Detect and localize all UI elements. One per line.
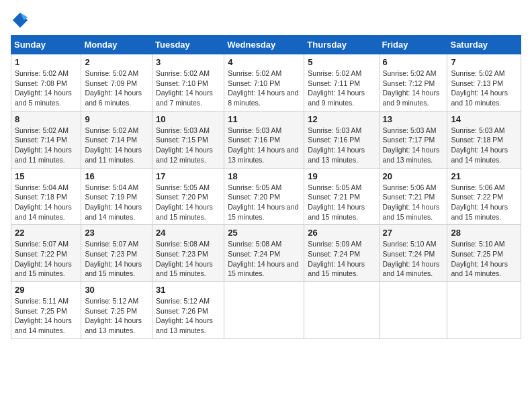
calendar-week-5: 29 Sunrise: 5:11 AM Sunset: 7:25 PM Dayl… — [11, 282, 521, 339]
calendar-cell: 18 Sunrise: 5:05 AM Sunset: 7:20 PM Dayl… — [224, 168, 304, 225]
calendar-cell: 21 Sunrise: 5:06 AM Sunset: 7:22 PM Dayl… — [447, 168, 521, 225]
day-detail: Sunrise: 5:12 AM Sunset: 7:25 PM Dayligh… — [85, 296, 148, 336]
day-number: 9 — [85, 114, 148, 124]
logo-icon — [11, 11, 30, 30]
day-detail: Sunrise: 5:02 AM Sunset: 7:09 PM Dayligh… — [85, 68, 148, 108]
day-number: 17 — [156, 171, 220, 181]
weekday-header-sunday: Sunday — [11, 36, 81, 54]
day-detail: Sunrise: 5:04 AM Sunset: 7:18 PM Dayligh… — [15, 183, 77, 222]
day-detail: Sunrise: 5:02 AM Sunset: 7:12 PM Dayligh… — [383, 68, 444, 108]
day-detail: Sunrise: 5:02 AM Sunset: 7:14 PM Dayligh… — [85, 126, 148, 165]
day-number: 22 — [15, 228, 77, 238]
day-detail: Sunrise: 5:07 AM Sunset: 7:22 PM Dayligh… — [15, 239, 77, 279]
day-number: 27 — [383, 228, 444, 238]
day-number: 15 — [15, 171, 77, 181]
calendar-cell — [304, 282, 379, 339]
calendar-cell: 5 Sunrise: 5:02 AM Sunset: 7:11 PM Dayli… — [304, 54, 379, 111]
weekday-header-wednesday: Wednesday — [224, 36, 304, 54]
calendar-cell: 29 Sunrise: 5:11 AM Sunset: 7:25 PM Dayl… — [11, 282, 81, 339]
day-detail: Sunrise: 5:03 AM Sunset: 7:17 PM Dayligh… — [383, 126, 444, 165]
day-number: 2 — [85, 57, 148, 67]
calendar-cell: 6 Sunrise: 5:02 AM Sunset: 7:12 PM Dayli… — [379, 54, 447, 111]
day-number: 10 — [156, 114, 220, 124]
day-number: 24 — [156, 228, 220, 238]
day-number: 31 — [156, 285, 220, 295]
day-number: 7 — [451, 57, 517, 67]
calendar-cell: 17 Sunrise: 5:05 AM Sunset: 7:20 PM Dayl… — [152, 168, 224, 225]
day-number: 23 — [85, 228, 148, 238]
weekday-header-monday: Monday — [81, 36, 152, 54]
calendar-cell: 27 Sunrise: 5:10 AM Sunset: 7:24 PM Dayl… — [379, 225, 447, 282]
calendar-cell: 19 Sunrise: 5:05 AM Sunset: 7:21 PM Dayl… — [304, 168, 379, 225]
calendar-week-1: 1 Sunrise: 5:02 AM Sunset: 7:08 PM Dayli… — [11, 54, 521, 111]
calendar-cell: 1 Sunrise: 5:02 AM Sunset: 7:08 PM Dayli… — [11, 54, 81, 111]
calendar-cell: 4 Sunrise: 5:02 AM Sunset: 7:10 PM Dayli… — [224, 54, 304, 111]
calendar-cell — [379, 282, 447, 339]
calendar-table: SundayMondayTuesdayWednesdayThursdayFrid… — [11, 35, 521, 339]
calendar-cell: 25 Sunrise: 5:08 AM Sunset: 7:24 PM Dayl… — [224, 225, 304, 282]
day-detail: Sunrise: 5:06 AM Sunset: 7:21 PM Dayligh… — [383, 183, 444, 222]
day-number: 26 — [308, 228, 375, 238]
svg-marker-0 — [13, 13, 28, 28]
day-number: 30 — [85, 285, 148, 295]
day-number: 1 — [15, 57, 77, 67]
day-detail: Sunrise: 5:08 AM Sunset: 7:23 PM Dayligh… — [156, 239, 220, 279]
calendar-cell: 28 Sunrise: 5:10 AM Sunset: 7:25 PM Dayl… — [447, 225, 521, 282]
calendar-cell: 24 Sunrise: 5:08 AM Sunset: 7:23 PM Dayl… — [152, 225, 224, 282]
calendar-cell: 8 Sunrise: 5:02 AM Sunset: 7:14 PM Dayli… — [11, 111, 81, 168]
day-number: 12 — [308, 114, 375, 124]
day-detail: Sunrise: 5:05 AM Sunset: 7:21 PM Dayligh… — [308, 183, 375, 222]
day-number: 28 — [451, 228, 517, 238]
day-detail: Sunrise: 5:02 AM Sunset: 7:10 PM Dayligh… — [228, 68, 300, 108]
day-detail: Sunrise: 5:09 AM Sunset: 7:24 PM Dayligh… — [308, 239, 375, 279]
weekday-header-friday: Friday — [379, 36, 447, 54]
calendar-cell: 22 Sunrise: 5:07 AM Sunset: 7:22 PM Dayl… — [11, 225, 81, 282]
day-detail: Sunrise: 5:05 AM Sunset: 7:20 PM Dayligh… — [228, 183, 300, 222]
day-number: 29 — [15, 285, 77, 295]
weekday-header-tuesday: Tuesday — [152, 36, 224, 54]
weekday-header-saturday: Saturday — [447, 36, 521, 54]
calendar-cell: 3 Sunrise: 5:02 AM Sunset: 7:10 PM Dayli… — [152, 54, 224, 111]
calendar-cell: 9 Sunrise: 5:02 AM Sunset: 7:14 PM Dayli… — [81, 111, 152, 168]
day-detail: Sunrise: 5:04 AM Sunset: 7:19 PM Dayligh… — [85, 183, 148, 222]
calendar-week-2: 8 Sunrise: 5:02 AM Sunset: 7:14 PM Dayli… — [11, 111, 521, 168]
day-detail: Sunrise: 5:02 AM Sunset: 7:10 PM Dayligh… — [156, 68, 220, 108]
weekday-header-thursday: Thursday — [304, 36, 379, 54]
day-number: 20 — [383, 171, 444, 181]
calendar-cell: 11 Sunrise: 5:03 AM Sunset: 7:16 PM Dayl… — [224, 111, 304, 168]
logo — [11, 11, 32, 30]
calendar-cell — [447, 282, 521, 339]
day-number: 6 — [383, 57, 444, 67]
day-detail: Sunrise: 5:12 AM Sunset: 7:26 PM Dayligh… — [156, 296, 220, 336]
day-detail: Sunrise: 5:03 AM Sunset: 7:15 PM Dayligh… — [156, 126, 220, 165]
day-number: 3 — [156, 57, 220, 67]
day-detail: Sunrise: 5:03 AM Sunset: 7:16 PM Dayligh… — [308, 126, 375, 165]
day-number: 19 — [308, 171, 375, 181]
day-number: 8 — [15, 114, 77, 124]
day-detail: Sunrise: 5:05 AM Sunset: 7:20 PM Dayligh… — [156, 183, 220, 222]
day-number: 11 — [228, 114, 300, 124]
calendar-cell — [224, 282, 304, 339]
day-number: 4 — [228, 57, 300, 67]
day-detail: Sunrise: 5:03 AM Sunset: 7:18 PM Dayligh… — [451, 126, 517, 165]
day-detail: Sunrise: 5:11 AM Sunset: 7:25 PM Dayligh… — [15, 296, 77, 336]
calendar-cell: 31 Sunrise: 5:12 AM Sunset: 7:26 PM Dayl… — [152, 282, 224, 339]
day-detail: Sunrise: 5:06 AM Sunset: 7:22 PM Dayligh… — [451, 183, 517, 222]
day-detail: Sunrise: 5:10 AM Sunset: 7:25 PM Dayligh… — [451, 239, 517, 279]
day-number: 18 — [228, 171, 300, 181]
calendar-cell: 20 Sunrise: 5:06 AM Sunset: 7:21 PM Dayl… — [379, 168, 447, 225]
calendar-cell: 15 Sunrise: 5:04 AM Sunset: 7:18 PM Dayl… — [11, 168, 81, 225]
calendar-cell: 23 Sunrise: 5:07 AM Sunset: 7:23 PM Dayl… — [81, 225, 152, 282]
day-number: 14 — [451, 114, 517, 124]
calendar-cell: 14 Sunrise: 5:03 AM Sunset: 7:18 PM Dayl… — [447, 111, 521, 168]
day-detail: Sunrise: 5:02 AM Sunset: 7:08 PM Dayligh… — [15, 68, 77, 108]
day-detail: Sunrise: 5:07 AM Sunset: 7:23 PM Dayligh… — [85, 239, 148, 279]
calendar-cell: 10 Sunrise: 5:03 AM Sunset: 7:15 PM Dayl… — [152, 111, 224, 168]
calendar-cell: 26 Sunrise: 5:09 AM Sunset: 7:24 PM Dayl… — [304, 225, 379, 282]
day-number: 16 — [85, 171, 148, 181]
calendar-cell: 2 Sunrise: 5:02 AM Sunset: 7:09 PM Dayli… — [81, 54, 152, 111]
day-number: 25 — [228, 228, 300, 238]
calendar-week-4: 22 Sunrise: 5:07 AM Sunset: 7:22 PM Dayl… — [11, 225, 521, 282]
day-detail: Sunrise: 5:08 AM Sunset: 7:24 PM Dayligh… — [228, 239, 300, 279]
day-number: 21 — [451, 171, 517, 181]
